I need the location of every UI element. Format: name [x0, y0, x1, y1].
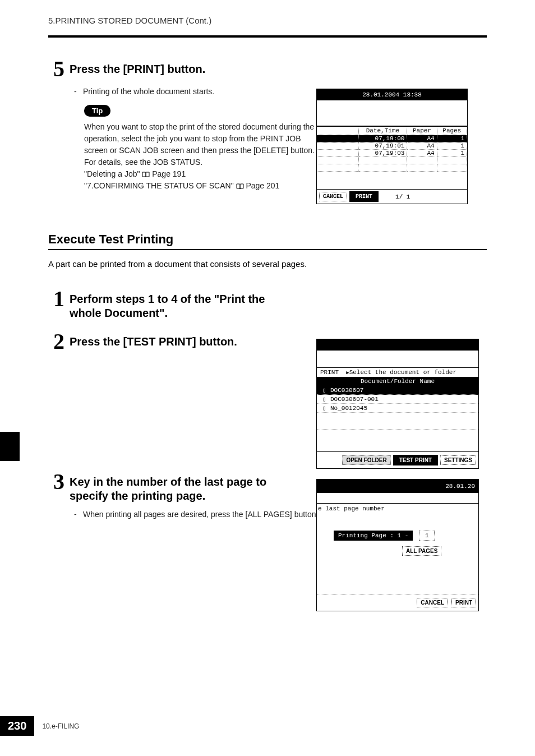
all-pages-button[interactable]: ALL PAGES [402, 546, 441, 556]
chapter-label: 10.e-FILING [42, 722, 79, 730]
line-1: Perform steps 1 to 4 of the "Print the [70, 293, 265, 305]
table-row [317, 164, 467, 172]
prompt-text: Select the document or folder [349, 369, 456, 376]
cell-paper: A4 [407, 150, 437, 157]
device-footer: OPEN FOLDER TEST PRINT SETTINGS [317, 451, 478, 468]
step-1: 1 Perform steps 1 to 4 of the "Print the… [48, 288, 487, 320]
device-hint: e last page number [317, 503, 478, 514]
step-number: 2 [48, 330, 70, 353]
list-item [317, 413, 478, 430]
settings-button[interactable]: SETTINGS [440, 455, 476, 465]
table-row[interactable]: 07,19:00 A4 1 [317, 135, 467, 142]
device-header-band [317, 339, 478, 351]
doc-name: DOC030607-001 [330, 396, 379, 403]
bullet-text: When printing all pages are desired, pre… [83, 510, 318, 519]
ref-page: Page 191 [152, 169, 186, 178]
table-row[interactable]: 07,19:03 A4 1 [317, 150, 467, 157]
cell-paper: A4 [407, 142, 437, 150]
cell-dt: 07,19:00 [358, 135, 407, 142]
job-table: Date,Time Paper Pages 07,19:00 A4 1 07,1… [317, 126, 467, 172]
tip-ref-1: "Deleting a Job" Page 191 [84, 168, 321, 180]
cancel-button[interactable]: CANCEL [417, 598, 448, 607]
step-number: 1 [48, 288, 70, 310]
ref-text: "Deleting a Job" [84, 169, 140, 178]
col-datetime: Date,Time [358, 127, 407, 135]
section-intro: A part can be printed from a document th… [48, 259, 487, 269]
side-tab [0, 432, 20, 461]
cell-dt: 07,19:01 [358, 142, 407, 150]
cell-paper: A4 [407, 135, 437, 142]
table-row[interactable]: 07,19:01 A4 1 [317, 142, 467, 150]
running-header: 5.PRINTING STORED DOCUMENT (Cont.) [0, 0, 535, 25]
cell-pages: 1 [437, 135, 467, 142]
bullet: -When printing all pages are desired, pr… [84, 510, 321, 519]
line-2: specify the printing page. [70, 490, 205, 502]
step-5-body: -Printing of the whole document starts. … [74, 87, 321, 192]
print-button[interactable]: PRINT [451, 598, 476, 607]
device-footer: CANCEL PRINT 1/ 1 [317, 189, 467, 204]
col-header: Document/Folder Name [317, 377, 478, 386]
test-print-button[interactable]: TEST PRINT [393, 455, 438, 465]
step-title: Press the [TEST PRINT] button. [70, 330, 237, 349]
ref-page: Page 201 [246, 181, 279, 190]
device-footer: CANCEL PRINT [317, 594, 478, 611]
cell-pages: 1 [437, 142, 467, 150]
step-number: 3 [48, 471, 70, 493]
step-number: 5 [48, 58, 70, 80]
list-item[interactable]: ▯ DOC030607 [317, 386, 478, 395]
step-3-body: -When printing all pages are desired, pr… [74, 510, 321, 519]
book-icon [236, 181, 244, 193]
device-prompt: PRINT ▶Select the document or folder [317, 367, 478, 377]
line-2: whole Document". [70, 307, 168, 319]
device-datetime: 28.01.2004 13:38 [317, 89, 467, 100]
printing-page-label: Printing Page : 1 - [334, 531, 413, 541]
step-title: Perform steps 1 to 4 of the "Print the w… [70, 288, 265, 320]
ref-text: "7.CONFIRMING THE STATUS OF SCAN" [84, 181, 234, 190]
table-row [317, 157, 467, 164]
doc-name: No_0012045 [330, 405, 367, 412]
book-icon [142, 169, 150, 181]
step-title: Press the [PRINT] button. [70, 58, 205, 76]
cell-dt: 07,19:03 [358, 150, 407, 157]
device-screen-test-print: 28.01.20 e last page number Printing Pag… [316, 479, 479, 611]
section-title: Execute Test Printing [48, 232, 487, 250]
device-screen-print-list: 28.01.2004 13:38 Date,Time Paper Pages 0… [316, 89, 468, 204]
device-header-band: 28.01.20 [317, 480, 478, 493]
line-1: Key in the number of the last page to [70, 476, 266, 488]
list-item[interactable]: ▯ DOC030607-001 [317, 395, 478, 404]
col-spacer [317, 127, 358, 135]
print-button[interactable]: PRINT [349, 191, 379, 202]
printing-page-value[interactable]: 1 [419, 531, 435, 541]
page-footer: 230 10.e-FILING [0, 716, 79, 736]
bullet-text: Printing of the whole document starts. [83, 87, 214, 96]
cell-pages: 1 [437, 150, 467, 157]
doc-name: DOC030607 [330, 387, 363, 394]
page-indicator: 1/ 1 [395, 193, 410, 200]
page-number: 230 [0, 716, 34, 736]
bullet: -Printing of the whole document starts. [84, 87, 321, 96]
document-icon: ▯ [320, 404, 328, 412]
document-icon: ▯ [320, 395, 328, 403]
device-screen-doc-list: PRINT ▶Select the document or folder Doc… [316, 339, 479, 469]
list-item[interactable]: ▯ No_0012045 [317, 404, 478, 413]
step-5: 5 Press the [PRINT] button. [48, 58, 487, 80]
step-title: Key in the number of the last page to sp… [70, 471, 266, 503]
device-date: 28.01.20 [445, 483, 475, 490]
col-paper: Paper [407, 127, 437, 135]
document-icon: ▯ [320, 386, 328, 394]
header-rule [48, 35, 487, 38]
tip-ref-2: "7.CONFIRMING THE STATUS OF SCAN" Page 2… [84, 180, 321, 192]
prompt-prefix: PRINT [320, 369, 339, 376]
tip-paragraph: When you want to stop the print of the s… [84, 121, 321, 168]
tip-badge: Tip [84, 105, 110, 117]
open-folder-button[interactable]: OPEN FOLDER [342, 455, 390, 465]
cancel-button[interactable]: CANCEL [319, 192, 347, 201]
col-pages: Pages [437, 127, 467, 135]
